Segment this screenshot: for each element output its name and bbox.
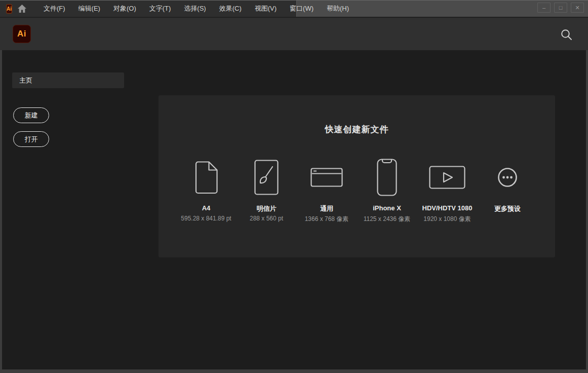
preset-iphone-x-dims: 1125 x 2436 像素 bbox=[364, 215, 411, 223]
preset-more[interactable]: 更多预设 bbox=[478, 155, 538, 223]
menu-bar: Ai 文件(F) 编辑(E) 对象(O) 文字(T) 选择(S) 效果(C) 视… bbox=[0, 1, 297, 17]
quick-start-panel: 快速创建新文件 A4 595.28 x 841.89 pt bbox=[159, 95, 555, 257]
preset-web[interactable]: 通用 1366 x 768 像素 bbox=[297, 155, 357, 223]
ellipsis-circle-icon bbox=[497, 167, 518, 188]
close-icon: ✕ bbox=[575, 5, 579, 11]
sidebar-home-label: 主页 bbox=[19, 76, 32, 85]
preset-postcard-name: 明信片 bbox=[257, 204, 277, 212]
menu-window[interactable]: 窗口(W) bbox=[283, 1, 320, 17]
preset-iphone-x-name: iPhone X bbox=[373, 204, 401, 212]
new-button[interactable]: 新建 bbox=[13, 107, 49, 123]
home-icon bbox=[17, 4, 27, 13]
browser-window-icon bbox=[310, 168, 343, 187]
preset-postcard-dims: 288 x 560 pt bbox=[250, 215, 283, 222]
preset-web-iconbox bbox=[310, 155, 343, 200]
illustrator-logo: Ai bbox=[13, 25, 31, 43]
maximize-button[interactable]: □ bbox=[554, 3, 567, 13]
preset-iphone-x-iconbox bbox=[377, 155, 397, 200]
maximize-icon: □ bbox=[559, 5, 563, 11]
menu-select[interactable]: 选择(S) bbox=[177, 1, 212, 17]
preset-hdtv[interactable]: HDV/HDTV 1080 1920 x 1080 像素 bbox=[417, 155, 478, 223]
preset-a4[interactable]: A4 595.28 x 841.89 pt bbox=[176, 155, 237, 223]
window-controls: – □ ✕ bbox=[537, 3, 584, 13]
preset-more-name: 更多预设 bbox=[494, 204, 521, 212]
phone-icon bbox=[377, 159, 397, 196]
preset-iphone-x[interactable]: iPhone X 1125 x 2436 像素 bbox=[357, 155, 417, 223]
minimize-icon: – bbox=[542, 5, 545, 11]
menu-type[interactable]: 文字(T) bbox=[143, 1, 178, 17]
open-button[interactable]: 打开 bbox=[13, 131, 49, 147]
preset-hdtv-dims: 1920 x 1080 像素 bbox=[423, 215, 471, 223]
preset-a4-name: A4 bbox=[202, 204, 211, 212]
preset-a4-dims: 595.28 x 841.89 pt bbox=[181, 215, 231, 222]
app-header: Ai bbox=[0, 18, 588, 50]
illustrator-logo-label: Ai bbox=[17, 29, 26, 39]
menu-view[interactable]: 视图(V) bbox=[248, 1, 283, 17]
new-button-label: 新建 bbox=[25, 111, 38, 120]
app-icon-small-label: Ai bbox=[7, 6, 12, 12]
preset-web-name: 通用 bbox=[320, 204, 333, 212]
menu-help[interactable]: 帮助(H) bbox=[320, 1, 356, 17]
title-bar: Ai 文件(F) 编辑(E) 对象(O) 文字(T) 选择(S) 效果(C) 视… bbox=[0, 0, 588, 17]
preset-hdtv-name: HDV/HDTV 1080 bbox=[422, 204, 473, 212]
quick-start-title: 快速创建新文件 bbox=[159, 124, 555, 135]
home-screen: 主页 新建 打开 快速创建新文件 A4 595.28 x 841.89 pt bbox=[0, 50, 588, 373]
search-button[interactable] bbox=[560, 28, 572, 41]
preset-hdtv-iconbox bbox=[429, 155, 465, 200]
preset-more-iconbox bbox=[497, 155, 518, 200]
preset-postcard[interactable]: 明信片 288 x 560 pt bbox=[237, 155, 297, 223]
document-icon bbox=[194, 161, 218, 194]
open-button-label: 打开 bbox=[25, 135, 38, 144]
home-button[interactable] bbox=[17, 3, 27, 14]
menu-effect[interactable]: 效果(C) bbox=[213, 1, 248, 17]
menu-edit[interactable]: 编辑(E) bbox=[72, 1, 107, 17]
menu-file[interactable]: 文件(F) bbox=[37, 1, 72, 17]
search-icon bbox=[561, 29, 572, 41]
preset-row: A4 595.28 x 841.89 pt 明信片 288 x 560 pt bbox=[159, 155, 555, 223]
preset-a4-iconbox bbox=[194, 155, 218, 200]
minimize-button[interactable]: – bbox=[537, 3, 551, 13]
preset-web-dims: 1366 x 768 像素 bbox=[305, 215, 349, 223]
sidebar-item-home[interactable]: 主页 bbox=[12, 72, 124, 88]
close-button[interactable]: ✕ bbox=[571, 3, 584, 13]
postcard-brush-icon bbox=[254, 160, 279, 195]
preset-postcard-iconbox bbox=[254, 155, 279, 200]
app-icon-small: Ai bbox=[6, 4, 12, 14]
video-play-icon bbox=[429, 166, 465, 189]
menu-object[interactable]: 对象(O) bbox=[107, 1, 143, 17]
